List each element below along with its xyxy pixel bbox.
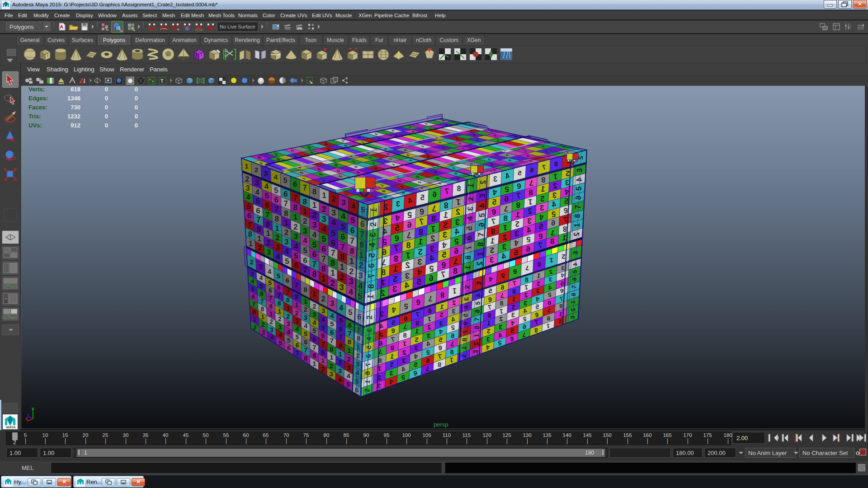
svg-text:7: 7	[445, 187, 449, 195]
svg-text:3: 3	[304, 314, 307, 321]
svg-text:3: 3	[502, 242, 506, 251]
svg-text:5: 5	[492, 198, 496, 206]
svg-text:6: 6	[433, 190, 437, 198]
svg-text:4: 4	[442, 240, 447, 249]
svg-text:4: 4	[351, 202, 356, 211]
svg-text:4: 4	[408, 197, 412, 205]
svg-text:1: 1	[269, 310, 273, 318]
svg-text:3: 3	[552, 192, 557, 200]
svg-text:7: 7	[265, 211, 269, 219]
svg-text:3: 3	[330, 371, 333, 378]
svg-text:4: 4	[523, 307, 527, 314]
svg-text:2: 2	[406, 261, 410, 270]
svg-text:4: 4	[331, 218, 336, 227]
svg-text:8: 8	[450, 348, 454, 356]
svg-text:7: 7	[294, 281, 298, 289]
svg-text:8: 8	[554, 160, 558, 168]
svg-text:3: 3	[430, 244, 434, 253]
svg-text:2: 2	[269, 318, 273, 325]
svg-text:7: 7	[500, 292, 504, 299]
svg-text:4: 4	[405, 281, 409, 290]
svg-text:8: 8	[330, 258, 335, 267]
svg-text:7: 7	[330, 337, 334, 344]
svg-text:2: 2	[430, 234, 435, 243]
svg-text:6: 6	[510, 335, 514, 343]
svg-text:8: 8	[312, 188, 316, 196]
svg-text:2: 2	[393, 275, 397, 284]
svg-text:6: 6	[340, 232, 345, 241]
svg-text:5: 5	[560, 280, 564, 287]
svg-text:3: 3	[340, 283, 344, 292]
svg-text:x: x	[25, 416, 28, 421]
svg-text:5: 5	[451, 324, 455, 331]
svg-text:7: 7	[403, 323, 407, 331]
svg-text:3: 3	[331, 208, 336, 217]
svg-text:5: 5	[420, 193, 425, 202]
svg-text:7: 7	[513, 280, 516, 287]
svg-text:5: 5	[505, 185, 509, 193]
svg-text:8: 8	[419, 227, 423, 236]
svg-text:8: 8	[257, 225, 261, 234]
svg-text:8: 8	[516, 201, 520, 210]
svg-text:1: 1	[440, 303, 443, 310]
svg-text:8: 8	[512, 288, 516, 295]
svg-text:6: 6	[538, 232, 542, 240]
svg-text:2: 2	[349, 267, 354, 276]
svg-text:3: 3	[347, 364, 350, 371]
svg-text:4: 4	[539, 213, 544, 221]
svg-text:6: 6	[283, 190, 288, 198]
svg-text:8: 8	[453, 267, 458, 276]
svg-text:4: 4	[255, 188, 259, 197]
svg-text:6: 6	[523, 323, 526, 330]
svg-text:7: 7	[303, 184, 307, 192]
svg-text:2: 2	[330, 362, 333, 370]
svg-text:1: 1	[515, 211, 519, 219]
svg-text:7: 7	[321, 254, 326, 263]
svg-text:6: 6	[429, 274, 434, 283]
svg-text:3: 3	[275, 243, 279, 252]
svg-text:3: 3	[392, 285, 397, 294]
svg-text:7: 7	[248, 221, 252, 229]
svg-text:6: 6	[420, 207, 424, 216]
svg-text:4: 4	[246, 193, 251, 201]
svg-text:7: 7	[312, 260, 317, 269]
svg-text:3: 3	[303, 226, 307, 235]
svg-text:4: 4	[498, 332, 502, 339]
svg-text:4: 4	[287, 328, 290, 336]
svg-text:1: 1	[304, 298, 307, 305]
svg-text:7: 7	[425, 365, 429, 372]
svg-text:1: 1	[546, 323, 550, 329]
svg-text:3: 3	[524, 300, 527, 307]
svg-text:5: 5	[350, 216, 355, 225]
svg-text:2: 2	[332, 195, 336, 203]
svg-text:6: 6	[350, 226, 355, 235]
svg-text:5: 5	[489, 287, 492, 295]
svg-text:6: 6	[500, 284, 504, 291]
svg-text:6: 6	[513, 268, 517, 276]
svg-text:8: 8	[252, 309, 256, 315]
svg-text:5: 5	[429, 264, 434, 273]
svg-text:5: 5	[287, 337, 291, 344]
svg-text:8: 8	[438, 361, 441, 368]
svg-text:8: 8	[431, 214, 436, 223]
svg-text:3: 3	[341, 198, 345, 206]
svg-text:8: 8	[428, 307, 432, 314]
svg-text:2: 2	[415, 336, 418, 343]
svg-text:7: 7	[406, 230, 411, 239]
svg-text:4: 4	[395, 214, 400, 223]
svg-text:6: 6	[247, 211, 251, 220]
svg-text:2: 2	[561, 253, 565, 260]
svg-text:4: 4	[285, 247, 289, 256]
svg-text:5: 5	[417, 277, 421, 286]
svg-text:4: 4	[501, 252, 506, 261]
svg-text:7: 7	[416, 311, 420, 318]
svg-text:4: 4	[548, 284, 552, 291]
svg-text:5: 5	[442, 250, 446, 259]
svg-text:2: 2	[452, 299, 456, 306]
svg-text:5: 5	[312, 327, 316, 334]
svg-text:3: 3	[427, 332, 430, 339]
svg-text:1: 1	[275, 224, 279, 233]
svg-text:5: 5	[274, 186, 278, 195]
svg-text:7: 7	[547, 307, 551, 314]
svg-text:4: 4	[536, 296, 539, 302]
